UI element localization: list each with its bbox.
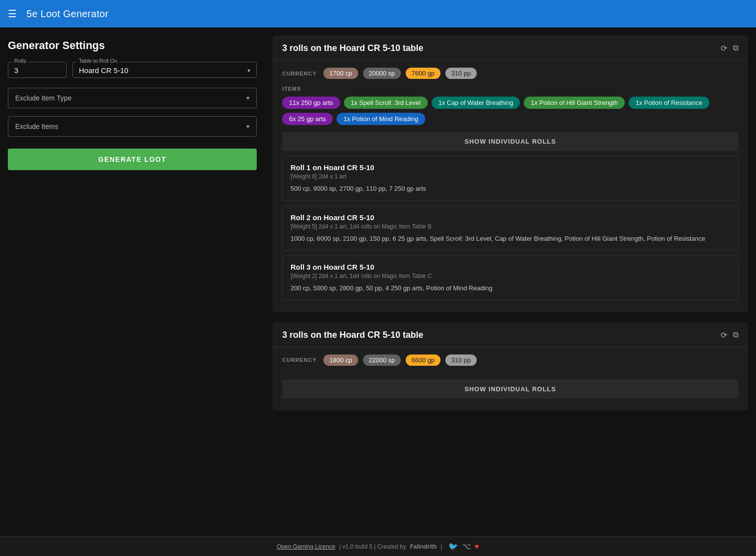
- result-card-0: 3 rolls on the Hoard CR 5-10 table ⟳ ⧉ C…: [272, 35, 748, 312]
- right-panel: 3 rolls on the Hoard CR 5-10 table ⟳ ⧉ C…: [265, 27, 756, 536]
- rolls-field: Rolls: [8, 62, 67, 78]
- result-card-actions-0: ⟳ ⧉: [721, 44, 738, 53]
- rolls-table-row: Rolls Table to Roll On Hoard CR 5-10 ▾: [8, 62, 257, 78]
- heart-icon[interactable]: ♥: [475, 542, 480, 551]
- item-chip-0-3[interactable]: 1x Potion of Hill Giant Strength: [524, 97, 625, 109]
- item-chip-0-2[interactable]: 1x Cap of Water Breathing: [432, 97, 520, 109]
- roll-section-0-0: Roll 1 on Hoard CR 5-10 [Weight 6] 2d4 x…: [282, 156, 738, 201]
- exclude-items-arrow: ▾: [246, 123, 249, 130]
- table-field[interactable]: Table to Roll On Hoard CR 5-10 ▾: [73, 62, 257, 78]
- open-gaming-licence-link[interactable]: Open Gaming Licence: [277, 543, 335, 550]
- item-chip-0-5[interactable]: 6x 25 gp arts: [282, 113, 333, 125]
- exclude-item-type-dropdown[interactable]: Exclude Item Type ▾: [8, 88, 257, 108]
- main-layout: Generator Settings Rolls Table to Roll O…: [0, 27, 756, 536]
- roll-title-0-1: Roll 2 on Hoard CR 5-10: [291, 213, 730, 222]
- table-label: Table to Roll On: [77, 58, 119, 64]
- exclude-items-dropdown[interactable]: Exclude Items ▾: [8, 116, 257, 137]
- roll-detail-0-1: 1000 cp, 6000 sp, 2100 gp, 150 pp, 6 25 …: [291, 234, 730, 244]
- result-card-body-1: CURRENCY1800 cp22000 sp6600 gp310 ppSHOW…: [272, 348, 748, 410]
- result-card-body-0: CURRENCY1700 cp20000 sp7600 gp310 ppITEM…: [272, 61, 748, 312]
- left-panel: Generator Settings Rolls Table to Roll O…: [0, 27, 265, 536]
- menu-icon[interactable]: ☰: [8, 8, 17, 20]
- roll-section-0-1: Roll 2 on Hoard CR 5-10 [Weight 5] 2d4 x…: [282, 206, 738, 251]
- refresh-icon-1[interactable]: ⟳: [721, 330, 727, 340]
- footer-author[interactable]: Falindrith: [410, 543, 437, 550]
- show-rolls-button-1[interactable]: SHOW INDIVIDUAL ROLLS: [282, 379, 738, 399]
- items-label-0: ITEMS: [282, 86, 738, 92]
- currency-label-0: CURRENCY: [282, 71, 317, 76]
- roll-subtitle-0-2: [Weight 2] 2d4 x 1 art, 1d4 rolls on Mag…: [291, 273, 730, 279]
- github-icon[interactable]: ⌥: [462, 542, 471, 551]
- footer: Open Gaming Licence | v1.0 build 5 | Cre…: [0, 536, 756, 556]
- result-card-title-0: 3 rolls on the Hoard CR 5-10 table: [282, 43, 423, 53]
- currency-chip-1-2: 6600 gp: [406, 354, 440, 366]
- exclude-item-type-label: Exclude Item Type: [15, 94, 72, 102]
- item-chip-0-1[interactable]: 1x Spell Scroll: 3rd Level: [344, 97, 428, 109]
- roll-section-0-2: Roll 3 on Hoard CR 5-10 [Weight 2] 2d4 x…: [282, 255, 738, 301]
- footer-version: | v1.0 build 5 | Created by: [339, 543, 406, 550]
- footer-separator: |: [440, 543, 442, 550]
- table-value: Hoard CR 5-10: [79, 66, 128, 75]
- exclude-items-label: Exclude Items: [15, 123, 58, 130]
- rolls-label: Rolls: [12, 58, 28, 64]
- currency-chip-1-0: 1800 cp: [323, 354, 358, 366]
- copy-icon-1[interactable]: ⧉: [733, 330, 738, 340]
- roll-title-0-2: Roll 3 on Hoard CR 5-10: [291, 263, 730, 271]
- copy-icon-0[interactable]: ⧉: [733, 44, 738, 53]
- result-card-header-0: 3 rolls on the Hoard CR 5-10 table ⟳ ⧉: [272, 35, 748, 61]
- app-title: 5e Loot Generator: [26, 8, 108, 20]
- roll-subtitle-0-0: [Weight 6] 2d4 x 1 art: [291, 173, 730, 180]
- roll-detail-0-0: 500 cp, 9000 sp, 2700 gp, 110 pp, 7 250 …: [291, 184, 730, 194]
- items-chips-0: 11x 250 gp arts1x Spell Scroll: 3rd Leve…: [282, 97, 738, 125]
- roll-title-0-0: Roll 1 on Hoard CR 5-10: [291, 163, 730, 172]
- roll-detail-0-2: 200 cp, 5000 sp, 2800 gp, 50 pp, 4 250 g…: [291, 283, 730, 293]
- currency-chip-1-1: 22000 sp: [363, 354, 401, 366]
- currency-row-1: CURRENCY1800 cp22000 sp6600 gp310 pp: [282, 354, 738, 366]
- currency-chip-0-0: 1700 cp: [323, 68, 358, 79]
- generate-loot-button[interactable]: GENERATE LOOT: [8, 149, 257, 170]
- item-chip-0-6[interactable]: 1x Potion of Mind Reading: [337, 113, 425, 125]
- currency-label-1: CURRENCY: [282, 357, 317, 363]
- item-chip-0-4[interactable]: 1x Potion of Resistance: [629, 97, 709, 109]
- currency-chip-0-3: 310 pp: [445, 68, 477, 79]
- footer-icons: 🐦 ⌥ ♥: [448, 542, 480, 551]
- show-rolls-button-0[interactable]: SHOW INDIVIDUAL ROLLS: [282, 132, 738, 151]
- currency-chip-0-1: 20000 sp: [363, 68, 401, 79]
- rolls-input[interactable]: [14, 66, 60, 75]
- result-card-actions-1: ⟳ ⧉: [721, 330, 738, 340]
- twitter-icon[interactable]: 🐦: [448, 542, 458, 551]
- currency-chip-1-3: 310 pp: [445, 354, 477, 366]
- topnav: ☰ 5e Loot Generator: [0, 0, 756, 27]
- result-card-title-1: 3 rolls on the Hoard CR 5-10 table: [282, 330, 423, 340]
- refresh-icon-0[interactable]: ⟳: [721, 44, 727, 53]
- section-title: Generator Settings: [8, 39, 257, 52]
- items-section-0: ITEMS11x 250 gp arts1x Spell Scroll: 3rd…: [282, 86, 738, 125]
- result-card-header-1: 3 rolls on the Hoard CR 5-10 table ⟳ ⧉: [272, 322, 748, 348]
- roll-subtitle-0-1: [Weight 5] 2d4 x 1 art, 1d4 rolls on Mag…: [291, 223, 730, 230]
- result-card-1: 3 rolls on the Hoard CR 5-10 table ⟳ ⧉ C…: [272, 322, 748, 410]
- table-dropdown-arrow: ▾: [247, 67, 250, 74]
- currency-chip-0-2: 7600 gp: [406, 68, 440, 79]
- exclude-type-arrow: ▾: [246, 95, 249, 101]
- currency-row-0: CURRENCY1700 cp20000 sp7600 gp310 pp: [282, 68, 738, 79]
- item-chip-0-0[interactable]: 11x 250 gp arts: [282, 97, 340, 109]
